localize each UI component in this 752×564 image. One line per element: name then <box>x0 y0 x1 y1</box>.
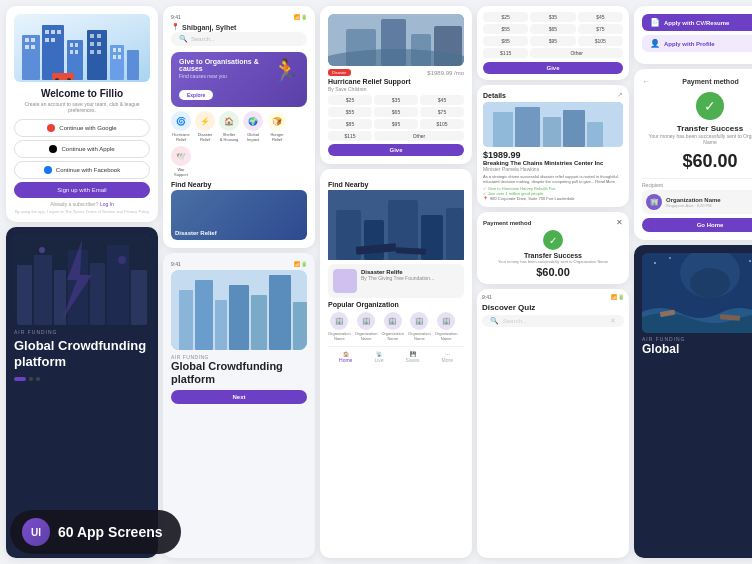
price-cell-45[interactable]: $45 <box>578 12 623 22</box>
org-3[interactable]: 🏢 OrganizationName <box>381 312 404 341</box>
org-4[interactable]: 🏢 OrganizationName <box>408 312 431 341</box>
category-war[interactable]: 🕊️ WarSupport <box>171 146 191 177</box>
success-check: ✓ <box>543 230 563 250</box>
details-header: Details <box>483 92 506 99</box>
price-cell-65[interactable]: $65 <box>530 24 575 34</box>
find-nearby-label: Find Nearby <box>171 181 307 188</box>
disaster-illustration <box>328 14 464 66</box>
category-hunger[interactable]: 🍞 HungerRelief <box>267 111 287 142</box>
org-icon-4: 🏢 <box>410 312 428 330</box>
org-icon-2: 🏢 <box>357 312 375 330</box>
give-button-2[interactable]: Give <box>483 62 623 74</box>
svg-rect-20 <box>97 42 101 46</box>
google-signin-button[interactable]: Continue with Google <box>14 119 150 137</box>
back-icon[interactable]: ← <box>642 77 650 86</box>
svg-rect-37 <box>90 263 105 325</box>
svg-rect-24 <box>113 48 116 52</box>
categories-row: 🌀 HurricaneRelief ⚡ DisasterRelief 🏠 She… <box>171 111 307 177</box>
price-65[interactable]: $65 <box>374 107 418 117</box>
svg-rect-6 <box>45 30 49 34</box>
payment-header: Payment method ✕ <box>483 218 623 227</box>
welcome-screen: Welcome to Fillio Create an account to s… <box>6 6 158 222</box>
location-header: 📍 Shibganj, Sylhet <box>171 23 307 31</box>
apple-signin-button[interactable]: Continue with Apple <box>14 140 150 158</box>
price-other[interactable]: Other <box>374 131 464 141</box>
svg-rect-43 <box>179 290 193 350</box>
share-icon[interactable]: ↗ <box>617 91 623 99</box>
category-shelter[interactable]: 🏠 Shelter& Housing <box>219 111 239 142</box>
svg-rect-33 <box>17 265 32 325</box>
org-2[interactable]: 🏢 OrganizationName <box>355 312 378 341</box>
success-sub: Your money has been successfully sent to… <box>483 259 623 264</box>
price-cell-115[interactable]: $115 <box>483 48 528 58</box>
search-clear-icon[interactable]: ✕ <box>610 317 616 325</box>
go-home-button[interactable]: Go Home <box>642 218 752 232</box>
close-icon[interactable]: ✕ <box>616 218 623 227</box>
org-5[interactable]: 🏢 OrganizationName <box>435 312 458 341</box>
recipient-icon: 🏢 <box>646 194 662 210</box>
find-nearby-label2: Find Nearby <box>328 181 464 188</box>
category-hurricane[interactable]: 🌀 HurricaneRelief <box>171 111 191 142</box>
apply-profile-button[interactable]: 👤 Apply with Profile <box>642 35 752 52</box>
price-95[interactable]: $95 <box>374 119 418 129</box>
price-cell-35[interactable]: $35 <box>530 12 575 22</box>
price-cell-other[interactable]: Other <box>530 48 623 58</box>
minister-name: Minister Pamela Hawkins <box>483 166 623 172</box>
crowdfund-dots <box>14 377 150 381</box>
find-nearby-screen: Find Nearby <box>320 169 472 558</box>
svg-rect-1 <box>25 38 29 42</box>
price-115[interactable]: $115 <box>328 131 372 141</box>
org-1[interactable]: 🏢 OrganizationName <box>328 312 351 341</box>
org-icon-3: 🏢 <box>384 312 402 330</box>
search-input[interactable]: 🔍 Search... <box>171 32 307 46</box>
price-35[interactable]: $35 <box>374 95 418 105</box>
nav-saves[interactable]: 💾Saves <box>406 351 420 363</box>
org-icon-1: 🏢 <box>330 312 348 330</box>
donate-org: By Save Children <box>328 86 464 92</box>
price-25[interactable]: $25 <box>328 95 372 105</box>
price-cell-95[interactable]: $95 <box>530 36 575 46</box>
nearby-card[interactable]: Disaster Relief <box>171 190 307 240</box>
price-cell-85[interactable]: $85 <box>483 36 528 46</box>
category-disaster[interactable]: ⚡ DisasterRelief <box>195 111 215 142</box>
facebook-signin-button[interactable]: Continue with Facebook <box>14 161 150 179</box>
transfer-check: ✓ <box>696 92 724 120</box>
price-cell-105[interactable]: $105 <box>578 36 623 46</box>
svg-rect-7 <box>51 30 55 34</box>
nav-home[interactable]: 🏠Home <box>339 351 352 363</box>
next-button[interactable]: Next <box>171 390 307 404</box>
price-cell-25[interactable]: $25 <box>483 12 528 22</box>
svg-rect-64 <box>333 269 357 293</box>
recipient-label: Recipient <box>642 182 752 188</box>
category-global[interactable]: 🌍 GlobalImpact <box>243 111 263 142</box>
crowdfund2-title: Global Crowdfunding platform <box>171 360 307 386</box>
price-105[interactable]: $105 <box>420 119 464 129</box>
explore-button[interactable]: Explore <box>179 90 213 100</box>
apply-screen: 📄 Apply with CV/Resume 👤 Apply with Prof… <box>634 6 752 64</box>
svg-rect-17 <box>90 34 94 38</box>
price-45[interactable]: $45 <box>420 95 464 105</box>
pricing-grid: $25 $35 $45 $55 $65 $75 $85 $95 $105 $11… <box>483 12 623 58</box>
price-cell-55[interactable]: $55 <box>483 24 528 34</box>
war-icon: 🕊️ <box>171 146 191 166</box>
transfer-amount-small: $60.00 <box>483 266 623 278</box>
svg-rect-21 <box>90 50 94 54</box>
svg-rect-45 <box>215 300 227 350</box>
nav-more[interactable]: ⋯More <box>442 351 453 363</box>
nav-live[interactable]: 📡Live <box>374 351 383 363</box>
price-cell-75[interactable]: $75 <box>578 24 623 34</box>
crowdfund-dark-screen: AIR FUNDING Global Crowdfunding platform <box>6 227 158 558</box>
price-85[interactable]: $85 <box>328 119 372 129</box>
price-75[interactable]: $75 <box>420 107 464 117</box>
transfer-header: ← Payment method ✕ <box>642 77 752 86</box>
quiz-status-bar: 9:41 📶 🔋 <box>482 294 624 300</box>
quiz-search[interactable]: 🔍 Search... ✕ <box>482 315 624 327</box>
price-55[interactable]: $55 <box>328 107 372 117</box>
give-button[interactable]: Give <box>328 144 464 156</box>
svg-point-78 <box>749 260 751 262</box>
svg-rect-34 <box>34 255 52 325</box>
email-signup-button[interactable]: Sign up with Email <box>14 182 150 198</box>
transfer-sub: Your money has been successfully sent to… <box>642 133 752 145</box>
apply-cv-button[interactable]: 📄 Apply with CV/Resume <box>642 14 752 31</box>
hurricane-icon: 🌀 <box>171 111 191 131</box>
